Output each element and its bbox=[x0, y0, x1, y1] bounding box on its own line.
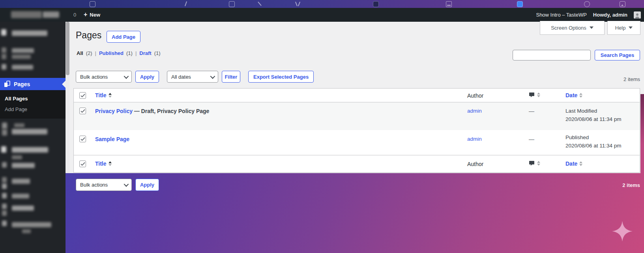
extension-photo-icon[interactable] bbox=[620, 1, 625, 7]
bulk-actions-value: Bulk actions bbox=[80, 74, 108, 80]
chevron-down-icon bbox=[590, 26, 593, 29]
page-state-label: — Draft, Privacy Policy Page bbox=[134, 108, 210, 114]
row-checkbox[interactable] bbox=[79, 108, 86, 114]
sidebar-scrollbar-thumb[interactable] bbox=[66, 22, 69, 75]
extension-camera-icon[interactable] bbox=[229, 1, 235, 7]
extension-dark-app-icon[interactable] bbox=[373, 1, 379, 7]
blurred-menu-item bbox=[14, 123, 24, 127]
comments-column-icon[interactable] bbox=[529, 92, 535, 98]
sort-date-header[interactable]: Date bbox=[565, 92, 582, 98]
extension-printer-icon[interactable] bbox=[446, 1, 452, 7]
comments-value: — bbox=[529, 136, 534, 142]
date-value: 2020/08/06 at 11:34 pm bbox=[565, 116, 622, 122]
avatar[interactable] bbox=[634, 11, 641, 19]
table-footer-row: Title Author Date bbox=[74, 155, 640, 172]
date-column-label: Date bbox=[565, 92, 577, 98]
status-filters: All (2) | Published (1) | Draft (1) bbox=[77, 50, 161, 56]
author-link[interactable]: admin bbox=[467, 108, 482, 114]
extension-puzzle-icon[interactable] bbox=[90, 1, 95, 7]
help-tab[interactable]: Help bbox=[607, 21, 640, 35]
pages-submenu: All Pages Add Page bbox=[0, 90, 66, 119]
filter-published-count: (1) bbox=[126, 50, 133, 56]
date-status: Published bbox=[565, 134, 589, 140]
select-all-checkbox[interactable] bbox=[79, 160, 86, 167]
extension-shield-icon[interactable] bbox=[295, 1, 300, 6]
help-label: Help bbox=[615, 25, 626, 31]
comments-column-icon[interactable] bbox=[529, 160, 535, 166]
apply-button[interactable]: Apply bbox=[135, 71, 159, 83]
blurred-menu-item bbox=[12, 163, 35, 168]
blurred-menu-item bbox=[2, 193, 7, 198]
sort-arrows-icon bbox=[537, 93, 540, 97]
filter-draft[interactable]: Draft bbox=[139, 50, 151, 56]
page-title-link[interactable]: Sample Page bbox=[95, 136, 129, 142]
author-column-label: Author bbox=[467, 93, 483, 99]
sort-arrows-icon bbox=[109, 93, 112, 98]
pages-table: Title Author Date bbox=[73, 88, 640, 173]
blurred-menu-item bbox=[12, 222, 51, 227]
blurred-menu-item bbox=[22, 229, 31, 233]
separator: | bbox=[95, 50, 96, 56]
add-page-button[interactable]: Add Page bbox=[107, 31, 140, 43]
filter-draft-count: (1) bbox=[154, 50, 161, 56]
show-intro-link[interactable]: Show Intro – TasteWP bbox=[536, 12, 586, 18]
filter-button[interactable]: Filter bbox=[222, 71, 240, 83]
wordpress-pages-screen: 0 + New Show Intro – TasteWP Howdy, admi… bbox=[0, 0, 644, 253]
extension-blue-app-icon[interactable] bbox=[517, 1, 523, 7]
chevron-down-icon bbox=[210, 74, 215, 79]
search-input[interactable] bbox=[513, 50, 591, 60]
sort-title-header[interactable]: Title bbox=[95, 160, 112, 167]
blurred-menu-item bbox=[2, 47, 6, 53]
page-title-link[interactable]: Privacy Policy bbox=[95, 108, 133, 114]
blurred-menu-item bbox=[12, 48, 34, 53]
export-selected-pages-button[interactable]: Export Selected Pages bbox=[248, 71, 314, 83]
blurred-menu-item bbox=[12, 129, 47, 134]
screen-options-tab[interactable]: Screen Options bbox=[540, 21, 605, 35]
all-dates-select[interactable]: All dates bbox=[167, 71, 218, 83]
table-header-row: Title Author Date bbox=[74, 89, 640, 102]
blurred-menu-item bbox=[2, 177, 7, 183]
extension-pencil-icon[interactable] bbox=[258, 2, 262, 6]
select-all-checkbox[interactable] bbox=[79, 92, 86, 99]
comments-count[interactable]: 0 bbox=[73, 12, 76, 18]
search-pages-button[interactable]: Search Pages bbox=[595, 50, 640, 60]
blurred-menu-item bbox=[12, 179, 30, 184]
table-row: Privacy Policy — Draft, Privacy Policy P… bbox=[74, 102, 640, 130]
sort-title-header[interactable]: Title bbox=[95, 92, 112, 98]
chevron-down-icon bbox=[124, 182, 129, 187]
blurred-menu-item bbox=[12, 155, 22, 159]
apply-button-bottom[interactable]: Apply bbox=[135, 179, 159, 191]
items-count-bottom: 2 items bbox=[622, 182, 640, 188]
blurred-menu-item bbox=[2, 183, 7, 189]
row-checkbox[interactable] bbox=[79, 136, 86, 142]
extension-pin-icon[interactable] bbox=[584, 1, 590, 7]
date-cell: Published 2020/08/06 at 11:34 pm bbox=[565, 133, 622, 150]
sort-date-header[interactable]: Date bbox=[565, 160, 582, 167]
blurred-menu-item bbox=[12, 206, 34, 211]
wp-admin-bar: 0 + New Show Intro – TasteWP Howdy, admi… bbox=[0, 8, 644, 22]
author-link[interactable]: admin bbox=[467, 136, 482, 142]
date-column-label: Date bbox=[565, 160, 577, 167]
check-icon bbox=[80, 94, 85, 98]
bulk-actions-select-bottom[interactable]: Bulk actions bbox=[76, 179, 132, 191]
extension-slash-icon[interactable] bbox=[185, 1, 187, 6]
howdy-admin-link[interactable]: Howdy, admin bbox=[593, 12, 627, 18]
chevron-down-icon bbox=[629, 26, 633, 29]
chevron-down-icon bbox=[124, 74, 129, 79]
bulk-actions-select[interactable]: Bulk actions bbox=[76, 71, 132, 83]
all-dates-value: All dates bbox=[171, 74, 191, 80]
new-label: New bbox=[90, 12, 100, 18]
blurred-menu-item bbox=[12, 194, 29, 198]
blurred-menu-item bbox=[2, 123, 7, 129]
new-menu[interactable]: + New bbox=[84, 11, 100, 18]
sidebar-item-add-page[interactable]: Add Page bbox=[5, 106, 27, 112]
sidebar-item-all-pages[interactable]: All Pages bbox=[5, 96, 28, 102]
blurred-menu-item bbox=[2, 210, 7, 216]
browser-toolbar-strip bbox=[0, 0, 644, 8]
filter-all[interactable]: All bbox=[77, 50, 83, 56]
current-menu-arrow-icon bbox=[62, 81, 66, 88]
filter-published[interactable]: Published bbox=[99, 50, 124, 56]
blurred-menu-item bbox=[12, 55, 31, 59]
date-status: Last Modified bbox=[565, 108, 597, 114]
sidebar-item-pages[interactable]: Pages bbox=[0, 78, 66, 90]
